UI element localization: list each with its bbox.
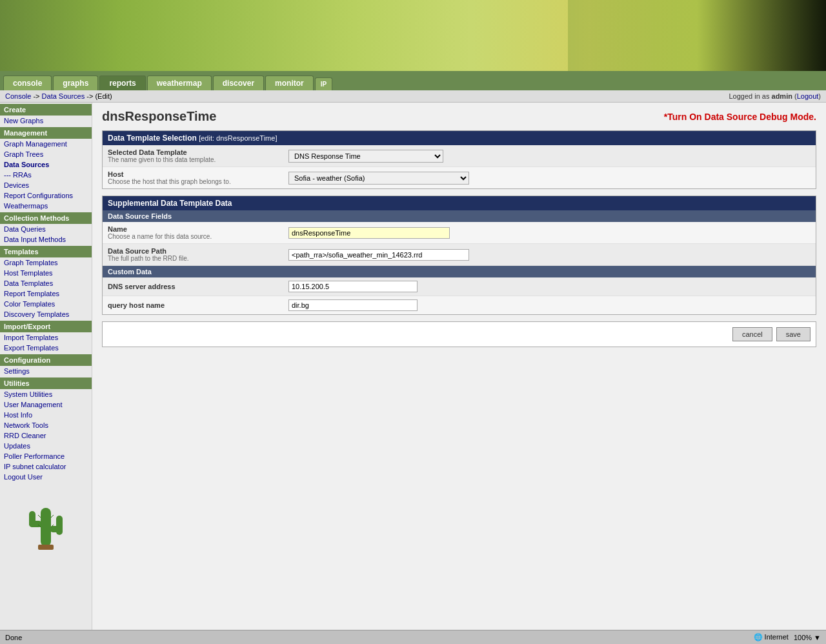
selected-data-template-desc: The name given to this data template. — [108, 156, 288, 163]
tab-ip[interactable]: IP — [315, 77, 332, 90]
host-label: Host — [108, 170, 288, 178]
tab-console[interactable]: console — [3, 75, 52, 90]
data-template-selection-header: Data Template Selection [edit: dnsRespon… — [103, 131, 816, 145]
query-host-name-input[interactable] — [288, 299, 418, 311]
internet-indicator: 🌐 Internet — [754, 633, 789, 641]
sidebar-section-templates: Templates — [0, 246, 92, 257]
breadcrumb-bar: Console -> Data Sources -> (Edit) Logged… — [0, 90, 826, 103]
page-title-row: dnsResponseTime *Turn On Data Source Deb… — [102, 109, 816, 124]
svg-rect-4 — [56, 516, 63, 535]
sidebar-item-graph-trees[interactable]: Graph Trees — [0, 149, 92, 159]
sidebar-item-weathermaps[interactable]: Weathermaps — [0, 201, 92, 211]
sidebar-item-graph-management[interactable]: Graph Management — [0, 139, 92, 149]
banner-overlay — [568, 0, 826, 71]
sidebar-section-utilities: Utilities — [0, 377, 92, 389]
sidebar-item-report-configurations[interactable]: Report Configurations — [0, 190, 92, 201]
sidebar-item-graph-templates[interactable]: Graph Templates — [0, 257, 92, 268]
sidebar-item-new-graphs[interactable]: New Graphs — [0, 116, 92, 126]
tab-graphs[interactable]: graphs — [53, 75, 98, 90]
data-source-path-label: Data Source Path — [108, 247, 288, 255]
sidebar: Create New Graphs Management Graph Manag… — [0, 103, 92, 644]
svg-line-6 — [38, 515, 41, 518]
sidebar-item-network-tools[interactable]: Network Tools — [0, 420, 92, 430]
tab-monitor[interactable]: monitor — [265, 75, 314, 90]
sidebar-item-color-templates[interactable]: Color Templates — [0, 299, 92, 309]
sidebar-item-rrd-cleaner[interactable]: RRD Cleaner — [0, 430, 92, 441]
data-source-path-row: Data Source Path The full path to the RR… — [103, 244, 816, 266]
tab-reports[interactable]: reports — [99, 75, 145, 90]
save-button[interactable]: save — [776, 327, 811, 341]
sidebar-section-management: Management — [0, 127, 92, 139]
host-desc: Choose the host that this graph belongs … — [108, 178, 288, 185]
tab-discover[interactable]: discover — [213, 75, 264, 90]
data-source-path-desc: The full path to the RRD file. — [108, 255, 288, 262]
sidebar-item-data-input-methods[interactable]: Data Input Methods — [0, 234, 92, 245]
sidebar-item-host-info[interactable]: Host Info — [0, 410, 92, 420]
debug-mode-link[interactable]: *Turn On Data Source Debug Mode. — [664, 112, 816, 122]
cancel-button[interactable]: cancel — [732, 327, 772, 341]
cactus-icon — [20, 488, 72, 553]
data-template-selection-section: Data Template Selection [edit: dnsRespon… — [102, 130, 816, 189]
name-input[interactable] — [288, 227, 450, 239]
zoom-control[interactable]: 100% ▼ — [794, 634, 821, 641]
zoom-dropdown-icon: ▼ — [814, 634, 821, 641]
query-host-name-row: query host name — [103, 296, 816, 314]
sidebar-item-data-sources[interactable]: Data Sources — [0, 159, 92, 170]
name-label: Name — [108, 225, 288, 233]
sidebar-item-export-templates[interactable]: Export Templates — [0, 343, 92, 353]
sidebar-item-report-templates[interactable]: Report Templates — [0, 288, 92, 299]
selected-data-template-row: Selected Data Template The name given to… — [103, 145, 816, 167]
svg-rect-0 — [41, 508, 51, 547]
breadcrumb-console[interactable]: Console — [5, 92, 31, 100]
login-info: Logged in as admin (Logout) — [729, 92, 821, 100]
sidebar-item-ip-subnet-calculator[interactable]: IP subnet calculator — [0, 461, 92, 472]
svg-line-7 — [51, 515, 54, 518]
main-layout: Create New Graphs Management Graph Manag… — [0, 103, 826, 644]
sidebar-section-import-export: Import/Export — [0, 321, 92, 332]
sidebar-item-devices[interactable]: Devices — [0, 180, 92, 190]
status-bar: Done 🌐 Internet 100% ▼ — [0, 630, 826, 644]
sidebar-item-logout-user[interactable]: Logout User — [0, 472, 92, 482]
nav-tabs: console graphs reports weathermap discov… — [0, 71, 826, 90]
status-text: Done — [5, 634, 22, 641]
sidebar-item-discovery-templates[interactable]: Discovery Templates — [0, 309, 92, 319]
query-host-name-label: query host name — [108, 301, 288, 309]
globe-icon: 🌐 — [754, 633, 763, 641]
sidebar-item-settings[interactable]: Settings — [0, 366, 92, 376]
sidebar-section-create: Create — [0, 104, 92, 116]
buttons-row: cancel save — [103, 322, 816, 347]
sidebar-item-poller-performance[interactable]: Poller Performance — [0, 451, 92, 461]
tab-weathermap[interactable]: weathermap — [147, 75, 212, 90]
sidebar-section-collection-methods: Collection Methods — [0, 212, 92, 224]
buttons-section: cancel save — [102, 321, 816, 347]
dns-server-address-label: DNS server address — [108, 283, 288, 290]
sidebar-item-rras[interactable]: --- RRAs — [0, 170, 92, 180]
sidebar-item-user-management[interactable]: User Management — [0, 399, 92, 410]
supplemental-header: Supplemental Data Template Data — [103, 196, 816, 210]
sidebar-item-data-queries[interactable]: Data Queries — [0, 224, 92, 234]
sidebar-item-data-templates[interactable]: Data Templates — [0, 278, 92, 288]
host-row: Host Choose the host that this graph bel… — [103, 167, 816, 188]
host-select[interactable]: Sofia - weather (Sofia) — [288, 172, 469, 185]
cactus-logo — [0, 482, 92, 559]
sidebar-item-system-utilities[interactable]: System Utilities — [0, 389, 92, 399]
breadcrumb: Console -> Data Sources -> (Edit) — [5, 92, 112, 100]
breadcrumb-data-sources[interactable]: Data Sources — [42, 92, 85, 100]
name-row: Name Choose a name for this data source. — [103, 222, 816, 244]
dns-server-address-input[interactable] — [288, 281, 418, 292]
sidebar-item-host-templates[interactable]: Host Templates — [0, 268, 92, 278]
sidebar-section-configuration: Configuration — [0, 354, 92, 366]
sidebar-item-updates[interactable]: Updates — [0, 441, 92, 451]
sidebar-item-import-templates[interactable]: Import Templates — [0, 332, 92, 343]
supplemental-section: Supplemental Data Template Data Data Sou… — [102, 196, 816, 315]
svg-rect-2 — [29, 511, 35, 527]
data-source-fields-header: Data Source Fields — [103, 210, 816, 222]
selected-data-template-select[interactable]: DNS Response Time — [288, 150, 443, 163]
name-desc: Choose a name for this data source. — [108, 233, 288, 240]
dns-server-address-row: DNS server address — [103, 277, 816, 296]
custom-data-header: Custom Data — [103, 266, 816, 277]
logout-link[interactable]: Logout — [797, 92, 819, 100]
page-title: dnsResponseTime — [102, 109, 216, 124]
selected-data-template-label: Selected Data Template — [108, 148, 288, 156]
data-source-path-input[interactable] — [288, 249, 469, 261]
